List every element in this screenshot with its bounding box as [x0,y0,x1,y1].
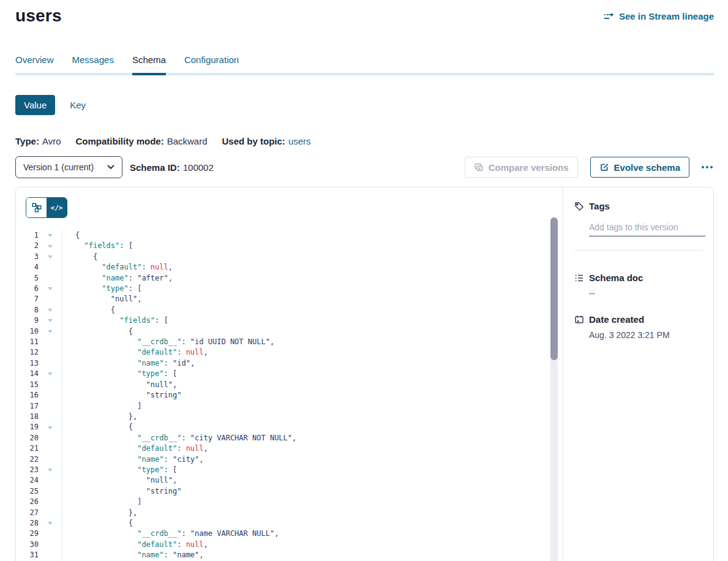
evolve-schema-button[interactable]: Evolve schema [590,157,689,178]
fold-toggle-icon[interactable] [48,469,53,472]
fold-toggle-icon[interactable] [48,319,53,322]
page-title: users [15,6,62,26]
tags-title: Tags [589,201,610,211]
code-line: 13 "name": "id", [26,358,563,369]
code-line: 29 "__crdb__": "name VARCHAR NULL", [26,529,563,539]
list-icon [574,273,584,283]
date-created-value: Aug. 3 2022 3:21 PM [589,330,704,340]
line-number: 12 [26,347,39,358]
code-line: 22 "name": "city", [26,454,563,465]
line-number: 17 [26,401,39,412]
fold-toggle-icon[interactable] [48,330,53,333]
line-number: 5 [26,273,39,284]
line-number: 26 [26,497,39,507]
schema-editor: </> 1{2 "fields": [3 {4 "default": null,… [16,187,563,561]
tree-view-icon[interactable] [26,198,47,217]
schema-doc-title: Schema doc [589,273,643,283]
code-line: 21 "default": null, [26,443,563,454]
add-tags-input[interactable] [589,221,705,236]
schema-page: users See in Stream lineage Overview Mes… [0,0,728,561]
tab-track [15,73,714,75]
fold-toggle-icon[interactable] [48,245,53,248]
code-view-icon[interactable]: </> [47,198,67,217]
tag-icon [574,201,584,211]
code-line: 8 { [26,305,563,315]
code-line: 30 "default": null, [26,540,563,550]
line-number: 7 [26,294,39,304]
code-line: 12 "default": null, [26,347,563,358]
schema-code-block: 1{2 "fields": [3 {4 "default": null,5 "n… [26,230,563,561]
fold-toggle-icon[interactable] [48,234,53,237]
code-line: 19 { [26,422,563,432]
line-number: 8 [26,305,39,315]
code-line: 7 "null", [26,294,563,304]
code-line: 20 "__crdb__": "city VARCHAR NOT NULL", [26,433,563,443]
date-created-section: Date created Aug. 3 2022 3:21 PM [574,314,704,340]
version-select[interactable]: Version 1 (current) [15,156,122,178]
code-line: 10 { [26,326,563,337]
code-line: 18 }, [26,412,563,422]
code-line: 27 }, [26,508,563,518]
tab-configuration[interactable]: Configuration [184,55,239,73]
stream-lineage-icon [604,12,615,21]
tab-messages[interactable]: Messages [72,55,114,73]
version-bar: Version 1 (current) Schema ID:100002 Com… [15,156,714,178]
value-toggle-button[interactable]: Value [15,95,55,115]
line-number: 18 [26,412,39,422]
code-line: 31 "name": "name", [26,550,563,560]
code-line: 1{ [26,230,563,241]
date-created-title: Date created [589,314,644,325]
code-line: 16 "string" [26,390,563,401]
calendar-plus-icon [574,315,584,325]
line-number: 28 [26,518,39,529]
scrollbar-thumb[interactable] [550,217,558,360]
code-line: 3 { [26,252,563,262]
line-number: 2 [26,241,39,251]
schema-id: Schema ID:100002 [130,162,214,173]
tab-bar: Overview Messages Schema Configuration [15,55,714,75]
tab-overview[interactable]: Overview [15,55,54,73]
more-options-icon[interactable] [700,162,714,172]
line-number: 23 [26,465,39,475]
fold-toggle-icon[interactable] [48,255,53,258]
code-line: 26 ] [26,497,563,507]
line-number: 11 [26,337,39,347]
topic-link[interactable]: users [288,136,311,146]
line-number: 13 [26,358,39,369]
code-line: 6 "type": [ [26,284,563,294]
line-number: 15 [26,380,39,390]
schema-doc-value: -- [589,288,704,298]
key-toggle-button[interactable]: Key [70,95,86,115]
meta-type: Type:Avro [15,136,61,146]
fold-toggle-icon[interactable] [48,287,53,290]
fold-toggle-icon[interactable] [48,372,53,375]
editor-scrollbar[interactable] [550,217,558,561]
tags-section: Tags [574,201,704,250]
page-header: users See in Stream lineage [15,0,714,26]
value-key-toggle: Value Key [15,95,714,115]
compare-versions-icon [474,162,484,172]
code-line: 24 "null", [26,475,563,486]
schema-sidebar: Tags Schema [563,187,713,561]
fold-toggle-icon[interactable] [48,309,53,312]
line-number: 27 [26,508,39,518]
schema-doc-section: Schema doc -- [574,273,704,298]
see-in-stream-lineage-link[interactable]: See in Stream lineage [604,11,714,21]
sidebar-divider [574,250,704,250]
code-line: 2 "fields": [ [26,241,563,251]
line-number: 10 [26,326,39,337]
line-number: 4 [26,262,39,273]
line-number: 1 [26,230,39,241]
schema-meta: Type:Avro Compatibility mode:Backward Us… [15,136,714,146]
line-number: 29 [26,529,39,539]
line-number: 22 [26,454,39,465]
chevron-down-icon [107,165,114,170]
compare-versions-button[interactable]: Compare versions [465,157,578,178]
view-mode-toggle: </> [26,197,67,218]
tab-schema[interactable]: Schema [132,55,166,73]
code-line: 9 "fields": [ [26,315,563,326]
line-number: 25 [26,486,39,497]
fold-toggle-icon[interactable] [48,426,53,429]
fold-toggle-icon[interactable] [48,522,53,525]
code-line: 4 "default": null, [26,262,563,273]
